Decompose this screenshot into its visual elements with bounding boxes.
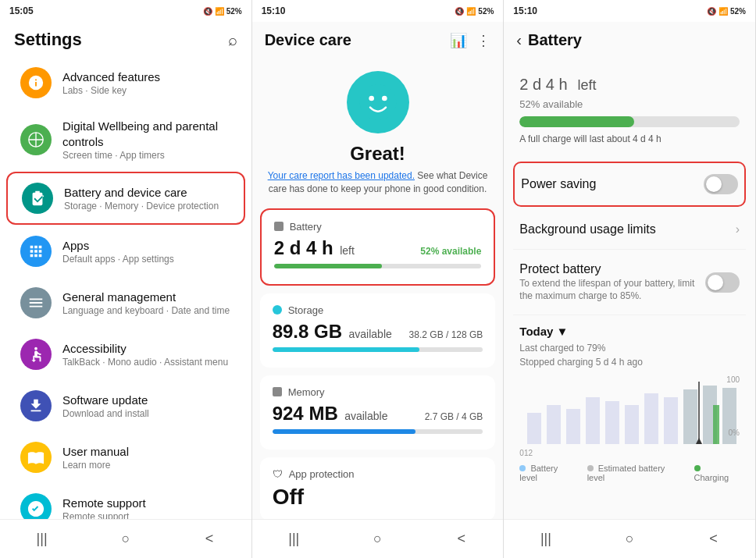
memory-main-value: 924 MB: [273, 403, 338, 424]
legend-charging: Charging: [694, 464, 740, 482]
battery-icon-1: 52%: [226, 7, 242, 16]
advanced-features-text: Advanced features Labs · Side key: [62, 69, 231, 97]
time-3: 15:10: [513, 5, 537, 16]
settings-item-apps[interactable]: Apps Default apps · App settings: [6, 226, 245, 276]
software-update-sub: Download and install: [62, 408, 231, 419]
remote-support-text: Remote support Remote support: [62, 496, 231, 519]
app-protection-value: Off: [273, 485, 483, 510]
settings-item-general-management[interactable]: General management Language and keyboard…: [6, 278, 245, 328]
chart-x-labels: 0 12: [519, 447, 740, 459]
nav-back-1[interactable]: <: [194, 528, 225, 551]
user-manual-name: User manual: [62, 444, 231, 460]
settings-title: Settings: [14, 30, 82, 50]
memory-right-value: 2.7 GB / 4 GB: [425, 411, 483, 422]
care-cards-container: Battery 2 d 4 h left 52% available Stora…: [252, 208, 504, 519]
bottom-nav-2: ||| ○ <: [252, 519, 504, 558]
digital-wellbeing-name: Digital Wellbeing and parental controls: [62, 119, 231, 149]
nav-recents-3[interactable]: |||: [530, 528, 562, 551]
device-care-header: Device care 📊 ⋮: [252, 22, 504, 55]
settings-item-remote-support[interactable]: Remote support Remote support: [6, 484, 245, 519]
legend-charging-label: Charging: [694, 473, 729, 482]
apps-text: Apps Default apps · App settings: [62, 238, 231, 265]
settings-header: Settings ⌕: [0, 22, 251, 56]
chart-label-12: 12: [524, 449, 533, 457]
memory-progress-bar: [273, 429, 483, 434]
chart-y-bottom: 0%: [729, 428, 740, 437]
protect-battery-toggle[interactable]: [705, 272, 740, 293]
battery-right-value: 52% available: [420, 246, 481, 257]
digital-wellbeing-icon: [20, 124, 52, 155]
memory-card-header: Memory: [273, 386, 483, 398]
protect-battery-option[interactable]: Protect battery To extend the lifespan o…: [513, 250, 746, 315]
battery-care-text: Battery and device care Storage · Memory…: [64, 185, 230, 212]
nav-home-2[interactable]: ○: [362, 528, 394, 551]
more-options-icon[interactable]: ⋮: [476, 32, 490, 49]
settings-item-battery-device-care[interactable]: Battery and device care Storage · Memory…: [6, 172, 245, 225]
background-usage-title: Background usage limits: [519, 222, 655, 236]
battery-card-main: 2 d 4 h left 52% available: [274, 237, 482, 259]
battery-main-value: 2 d 4 h: [274, 237, 333, 258]
storage-card-icon: [273, 305, 282, 315]
settings-item-user-manual[interactable]: User manual Learn more: [6, 432, 245, 482]
battery-main-value-wrap: 2 d 4 h left: [274, 237, 355, 259]
svg-rect-9: [586, 397, 600, 444]
settings-item-advanced-features[interactable]: Advanced features Labs · Side key: [6, 58, 245, 108]
app-protection-card[interactable]: 🛡 App protection Off: [260, 457, 496, 519]
nav-back-3[interactable]: <: [697, 528, 729, 551]
chart-area-wrap: [519, 382, 740, 447]
legend-battery-level: Battery level: [519, 464, 577, 482]
nav-home-1[interactable]: ○: [110, 528, 141, 551]
storage-main-suffix: available: [349, 328, 392, 340]
battery-time-display: 2 d 4 h left: [519, 68, 740, 95]
svg-point-4: [382, 96, 387, 101]
today-label[interactable]: Today ▼: [513, 315, 746, 341]
power-saving-toggle[interactable]: [704, 174, 738, 194]
search-button[interactable]: ⌕: [228, 31, 237, 49]
svg-rect-13: [664, 397, 678, 444]
storage-progress-bar: [273, 347, 483, 352]
nav-home-3[interactable]: ○: [614, 528, 645, 551]
protect-battery-text: Protect battery To extend the lifespan o…: [519, 262, 705, 302]
signal-icon-3: 🔇: [707, 7, 716, 16]
back-button[interactable]: ‹: [516, 31, 522, 49]
background-usage-option[interactable]: Background usage limits ›: [513, 210, 746, 250]
settings-item-accessibility[interactable]: Accessibility TalkBack · Mono audio · As…: [6, 329, 245, 379]
protect-battery-sub: To extend the lifespan of your battery, …: [519, 278, 696, 302]
memory-card[interactable]: Memory 924 MB available 2.7 GB / 4 GB: [260, 375, 496, 450]
battery-header: ‹ Battery: [504, 22, 755, 55]
panel-settings: 15:05 🔇 📶 52% Settings ⌕ Advanced featur…: [0, 0, 252, 558]
status-bar-1: 15:05 🔇 📶 52%: [0, 0, 251, 22]
panel-battery-detail: 15:10 🔇 📶 52% ‹ Battery 2 d 4 h left 52%…: [504, 0, 756, 558]
time-1: 15:05: [9, 5, 34, 16]
settings-item-digital-wellbeing[interactable]: Digital Wellbeing and parental controls …: [6, 109, 245, 170]
wifi-icon-1: 📶: [215, 7, 224, 16]
battery-main-section: 2 d 4 h left 52% available A full charge…: [504, 55, 755, 158]
smiley-face: [347, 71, 409, 133]
app-protection-icon: 🛡: [273, 468, 283, 480]
battery-care-name: Battery and device care: [64, 185, 230, 201]
battery-card[interactable]: Battery 2 d 4 h left 52% available: [260, 208, 496, 286]
chart-y-top: 100: [726, 375, 740, 384]
protect-battery-title: Protect battery: [519, 262, 696, 276]
general-management-sub: Language and keyboard · Date and time: [62, 305, 231, 316]
legend-dot-charging: [694, 465, 701, 471]
apps-name: Apps: [62, 238, 231, 254]
care-report-link[interactable]: Your care report has been updated.: [268, 170, 415, 181]
last-charged-text: Last charged to 79%: [519, 343, 605, 354]
advanced-features-name: Advanced features: [62, 69, 231, 85]
legend-dot-estimated: [587, 465, 594, 471]
bottom-nav-3: ||| ○ <: [504, 519, 755, 558]
user-manual-icon: [20, 442, 52, 473]
storage-card[interactable]: Storage 89.8 GB available 38.2 GB / 128 …: [260, 293, 496, 368]
memory-card-label: Memory: [288, 386, 325, 398]
settings-item-software-update[interactable]: Software update Download and install: [6, 381, 245, 431]
chart-icon[interactable]: 📊: [450, 32, 467, 49]
nav-recents-1[interactable]: |||: [27, 528, 58, 551]
nav-recents-2[interactable]: |||: [278, 528, 309, 551]
software-update-text: Software update Download and install: [62, 393, 231, 420]
battery-title: Battery: [528, 31, 582, 49]
battery-main-suffix: left: [340, 244, 355, 257]
power-saving-option[interactable]: Power saving: [513, 162, 746, 207]
nav-back-2[interactable]: <: [446, 528, 477, 551]
digital-wellbeing-text: Digital Wellbeing and parental controls …: [62, 119, 231, 161]
